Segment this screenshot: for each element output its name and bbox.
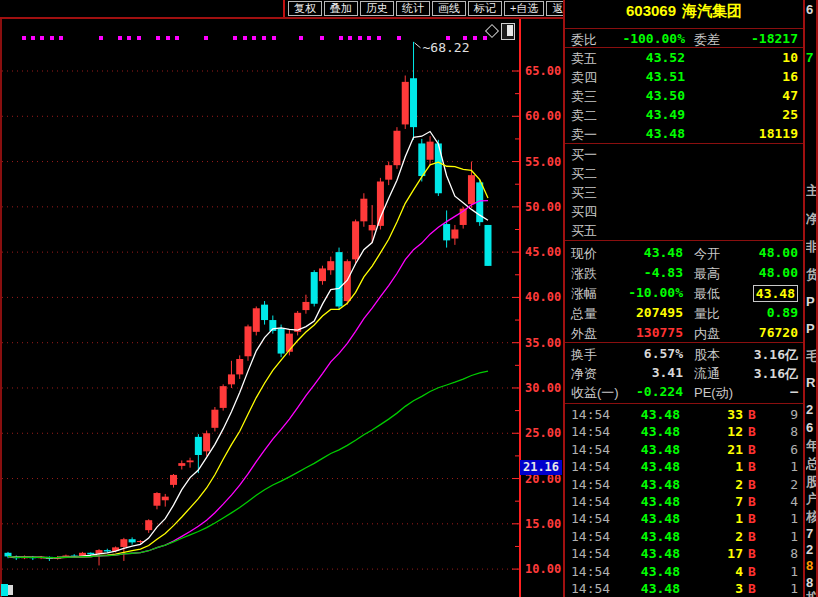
ask-volume: 16 bbox=[693, 69, 798, 84]
tick-side: B bbox=[748, 511, 760, 526]
toolbar-divider bbox=[283, 0, 285, 18]
clipped-char: 净 bbox=[806, 210, 816, 228]
tick-price: 43.48 bbox=[615, 459, 680, 474]
stock-name: 海汽集团 bbox=[682, 2, 742, 19]
tick-time: 14:54 bbox=[571, 511, 611, 526]
quote-row-label: 量比 bbox=[694, 305, 720, 323]
clipped-char: 主 bbox=[806, 182, 816, 200]
ask-price: 43.48 bbox=[605, 126, 685, 141]
quote-row-label: 涨跌 bbox=[571, 265, 597, 283]
tick-side: B bbox=[748, 581, 760, 596]
tick-price: 43.48 bbox=[615, 546, 680, 561]
clipped-char: 年 bbox=[806, 437, 816, 455]
ask-price: 43.49 bbox=[605, 107, 685, 122]
split-pane-icon[interactable] bbox=[501, 23, 515, 40]
tick-time: 14:54 bbox=[571, 424, 611, 439]
tick-volume: 33 bbox=[685, 407, 743, 422]
fin-row-value: — bbox=[725, 384, 798, 399]
axis-price-badge: 21.16 bbox=[520, 460, 562, 475]
quote-row-label: 内盘 bbox=[694, 325, 720, 343]
toolbar-button-复权[interactable]: 复权 bbox=[288, 1, 322, 16]
y-axis-label: 50.00 bbox=[525, 200, 562, 214]
ask-volume: 25 bbox=[693, 107, 798, 122]
toolbar-button-自选[interactable]: +自选 bbox=[504, 1, 544, 16]
tick-side: B bbox=[748, 564, 760, 579]
tick-price: 43.48 bbox=[615, 442, 680, 457]
tick-volume: 4 bbox=[685, 564, 743, 579]
ask-label: 卖二 bbox=[571, 107, 597, 125]
weibi-value: -100.00% bbox=[605, 31, 685, 46]
clipped-char: 股 bbox=[806, 473, 816, 491]
quote-row-value: 48.00 bbox=[725, 245, 798, 260]
clipped-char: 总 bbox=[806, 455, 816, 473]
tick-volume: 1 bbox=[685, 459, 743, 474]
tick-time: 14:54 bbox=[571, 529, 611, 544]
quote-row-value: 207495 bbox=[605, 305, 683, 320]
clipped-char: P bbox=[806, 321, 815, 336]
tick-count: 9 bbox=[761, 407, 798, 422]
toolbar-button-统计[interactable]: 统计 bbox=[396, 1, 430, 16]
quote-row-value: 130775 bbox=[605, 325, 683, 340]
tick-price: 43.48 bbox=[615, 477, 680, 492]
tick-volume: 2 bbox=[685, 529, 743, 544]
quote-panel: 603069海汽集团 委比 -100.00% 委差 -18217 卖五43.52… bbox=[563, 0, 805, 597]
tick-time: 14:54 bbox=[571, 546, 611, 561]
kline-chart[interactable]: ~68.22 65.0060.0055.0050.0045.0040.0035.… bbox=[0, 0, 563, 597]
clipped-char: 户 bbox=[806, 490, 816, 508]
tick-volume: 17 bbox=[685, 546, 743, 561]
ask-label: 卖一 bbox=[571, 126, 597, 144]
clipped-char: 拟 bbox=[806, 589, 816, 597]
tick-count: 8 bbox=[761, 424, 798, 439]
quote-row-value: -4.83 bbox=[605, 265, 683, 280]
tick-volume: 7 bbox=[685, 494, 743, 509]
tick-count: 1 bbox=[761, 459, 798, 474]
tick-time: 14:54 bbox=[571, 564, 611, 579]
clipped-char: 8 bbox=[806, 558, 813, 573]
fin-row-value: -0.224 bbox=[605, 384, 683, 399]
quote-row-label: 现价 bbox=[571, 245, 597, 263]
y-axis-label: 15.00 bbox=[525, 517, 562, 531]
tick-price: 43.48 bbox=[615, 407, 680, 422]
toolbar-bottom-border bbox=[0, 17, 563, 19]
tick-time: 14:54 bbox=[571, 407, 611, 422]
quote-row-value: 48.00 bbox=[725, 265, 798, 280]
tick-side: B bbox=[748, 546, 760, 561]
lowest-price-boxed: 43.48 bbox=[753, 285, 798, 302]
kline-canvas[interactable]: ~68.22 bbox=[0, 0, 563, 597]
stock-code: 603069 bbox=[626, 2, 676, 19]
tick-count: 4 bbox=[761, 494, 798, 509]
clipped-char: 6 bbox=[806, 420, 813, 435]
clipped-char: 8 bbox=[806, 575, 813, 590]
clipped-char: 7 bbox=[806, 50, 813, 65]
y-axis-label: 10.00 bbox=[525, 562, 562, 576]
clipped-char: R bbox=[806, 375, 815, 390]
clipped-char: 6 bbox=[806, 2, 813, 17]
ask-label: 卖三 bbox=[571, 88, 597, 106]
toolbar-button-叠加[interactable]: 叠加 bbox=[324, 1, 358, 16]
toolbar-button-历史[interactable]: 历史 bbox=[360, 1, 394, 16]
tick-count: 1 bbox=[761, 529, 798, 544]
y-axis-label: 60.00 bbox=[525, 109, 562, 123]
tick-count: 2 bbox=[761, 477, 798, 492]
clipped-char: 2 bbox=[806, 542, 813, 557]
tick-side: B bbox=[748, 494, 760, 509]
tick-count: 1 bbox=[761, 511, 798, 526]
fin-row-label: 净资 bbox=[571, 365, 597, 383]
y-axis-label: 65.00 bbox=[525, 64, 562, 78]
tick-volume: 3 bbox=[685, 581, 743, 596]
tick-count: 8 bbox=[761, 546, 798, 561]
clipped-char: 2 bbox=[806, 402, 813, 417]
ask-volume: 10 bbox=[693, 50, 798, 65]
bid-label: 买二 bbox=[571, 165, 597, 183]
y-axis-label: 40.00 bbox=[525, 290, 562, 304]
tick-time: 14:54 bbox=[571, 442, 611, 457]
tick-volume: 21 bbox=[685, 442, 743, 457]
clipped-char: 7 bbox=[806, 526, 813, 541]
y-axis-label: 35.00 bbox=[525, 336, 562, 350]
tick-time: 14:54 bbox=[571, 477, 611, 492]
toolbar-button-标记[interactable]: 标记 bbox=[468, 1, 502, 16]
toolbar-button-画线[interactable]: 画线 bbox=[432, 1, 466, 16]
fin-row-value: 3.16亿 bbox=[725, 346, 798, 364]
clipped-char: 非 bbox=[806, 238, 816, 256]
tick-volume: 1 bbox=[685, 511, 743, 526]
